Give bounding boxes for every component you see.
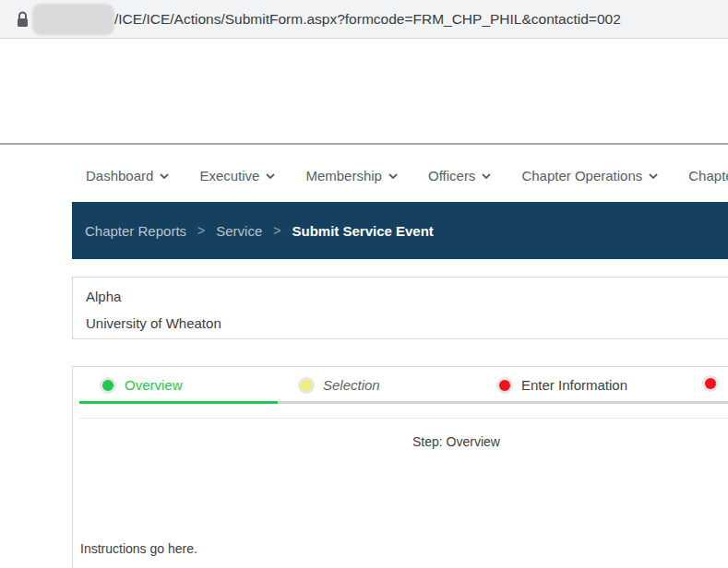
nav-item-label: Membership: [305, 167, 382, 185]
chevron-down-icon: [649, 173, 658, 179]
nav-item-label: Executive: [199, 167, 259, 185]
breadcrumb: Chapter Reports > Service > Submit Servi…: [72, 202, 728, 259]
breadcrumb-chapter-reports[interactable]: Chapter Reports: [85, 223, 186, 239]
chevron-down-icon: [266, 173, 275, 179]
chevron-down-icon: [482, 173, 491, 179]
nav-item-membership[interactable]: Membership: [305, 167, 398, 185]
instructions-text: Instructions go here.: [80, 541, 197, 556]
chevron-down-icon: [160, 173, 169, 179]
nav-item-executive[interactable]: Executive: [199, 167, 275, 185]
redacted-url-segment: [32, 4, 114, 35]
url-text[interactable]: /ICE/ICE/Actions/SubmitForm.aspx?formcod…: [114, 0, 728, 39]
chevron-down-icon: [388, 173, 398, 179]
current-step-heading: Step: Overview: [412, 434, 500, 449]
nav-item-officers[interactable]: Officers: [428, 167, 491, 185]
breadcrumb-separator: >: [197, 223, 205, 238]
nav-item-dashboard[interactable]: Dashboard: [86, 167, 169, 185]
browser-window: /ICE/ICE/Actions/SubmitForm.aspx?formcod…: [0, 0, 728, 568]
wizard-card: Overview Selection Enter Information: [72, 366, 728, 568]
step-label: Selection: [323, 378, 380, 393]
breadcrumb-service[interactable]: Service: [216, 223, 262, 239]
page-divider: [0, 143, 728, 145]
step-label: Overview: [125, 378, 183, 393]
browser-address-bar[interactable]: /ICE/ICE/Actions/SubmitForm.aspx?formcod…: [0, 0, 728, 39]
step-tab-enter-information[interactable]: Enter Information: [476, 367, 674, 404]
breadcrumb-current-page: Submit Service Event: [292, 223, 433, 239]
breadcrumb-separator: >: [273, 223, 280, 238]
nav-item-chapter-operations[interactable]: Chapter Operations: [521, 167, 658, 185]
step-tab-next[interactable]: [674, 367, 728, 404]
institution-name: University of Wheaton: [86, 310, 722, 337]
step-tab-overview[interactable]: Overview: [79, 367, 278, 404]
chapter-info-card: Alpha University of Wheaton: [72, 277, 728, 339]
wizard-divider: [79, 418, 728, 419]
nav-item-chapter-reports[interactable]: Chapter Re: [688, 167, 728, 185]
lock-icon[interactable]: [17, 11, 29, 28]
step-label: Enter Information: [521, 378, 627, 393]
step-status-dot-yellow: [301, 380, 312, 391]
step-tab-selection[interactable]: Selection: [278, 367, 476, 404]
main-nav: Dashboard Executive Membership Officers …: [86, 167, 728, 185]
nav-item-label: Officers: [428, 167, 475, 185]
step-status-dot-red: [499, 380, 510, 391]
nav-item-label: Chapter Re: [688, 167, 728, 185]
nav-item-label: Dashboard: [86, 167, 153, 185]
chapter-name: Alpha: [86, 283, 722, 310]
wizard-stepper: Overview Selection Enter Information: [79, 367, 728, 404]
nav-item-label: Chapter Operations: [521, 167, 642, 185]
step-status-dot-green: [102, 380, 113, 391]
step-status-dot-red: [705, 378, 716, 389]
